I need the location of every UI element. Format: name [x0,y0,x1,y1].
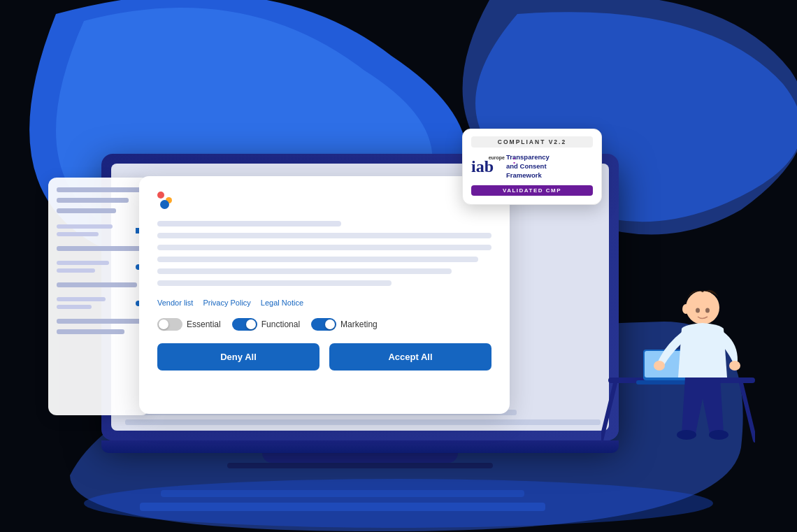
dialog-logo [157,192,491,210]
vendor-list-link[interactable]: Vendor list [157,299,193,307]
bottom-strip-2 [161,490,524,497]
legal-notice-link[interactable]: Legal Notice [261,299,303,307]
svg-point-16 [709,430,728,440]
marketing-label: Marketing [340,319,378,329]
deny-all-button[interactable]: Deny All [157,343,319,371]
svg-point-19 [682,304,689,314]
svg-point-13 [654,361,665,371]
validated-cmp-label: VALIDATED CMP [471,185,593,196]
svg-line-7 [601,383,615,440]
functional-toggle-item: Functional [232,318,300,331]
consent-dialog: Vendor list Privacy Policy Legal Notice … [139,176,510,414]
dialog-links: Vendor list Privacy Policy Legal Notice [157,299,491,307]
dialog-toggles: Essential Functional [157,318,491,331]
main-scene: Vendor list Privacy Policy Legal Notice … [0,0,797,532]
functional-toggle[interactable] [232,318,257,331]
compliant-label: COMPLIANT V2.2 [471,136,593,148]
svg-line-8 [741,383,755,440]
svg-point-12 [686,291,719,324]
functional-label: Functional [261,319,300,329]
laptop-base-strip [227,463,493,468]
svg-point-15 [677,430,696,440]
laptop-bezel-bottom [101,440,619,453]
accept-all-button[interactable]: Accept All [329,343,491,371]
dialog-content [157,221,491,286]
iab-logo: iab europe : [471,158,494,175]
marketing-toggle[interactable] [311,318,336,331]
svg-point-14 [729,361,740,371]
person-illustration [601,238,755,461]
marketing-toggle-item: Marketing [311,318,378,331]
laptop-stand [262,453,458,463]
essential-toggle-item: Essential [157,318,221,331]
privacy-policy-link[interactable]: Privacy Policy [203,299,250,307]
essential-label: Essential [187,319,221,329]
bottom-strip [140,503,545,511]
svg-point-18 [705,308,710,313]
side-panel [48,178,150,415]
dialog-buttons: Deny All Accept All [157,343,491,371]
iab-badge: COMPLIANT V2.2 iab europe : Transparency… [462,129,602,205]
svg-point-17 [696,308,700,313]
essential-toggle[interactable] [157,318,182,331]
laptop: Vendor list Privacy Policy Legal Notice … [101,154,619,468]
